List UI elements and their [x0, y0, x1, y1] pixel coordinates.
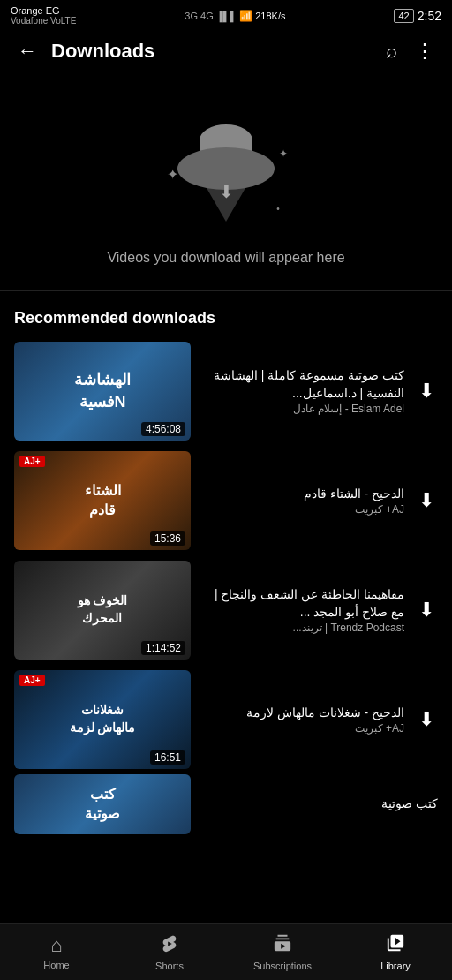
sparkle-3: •	[276, 204, 280, 214]
recommended-section: Recommended downloads 4:56:08 كتب صوتية …	[0, 298, 452, 834]
nav-subscriptions-label: Subscriptions	[253, 961, 312, 971]
nav-home-label: Home	[43, 960, 69, 970]
signal-icon: 3G 4G ▐▌▌	[185, 11, 237, 21]
video-info-5: كتب صوتية	[201, 795, 438, 813]
video-channel-3: Trendz Podcast | تريند...	[201, 622, 404, 634]
empty-state: ⬇ ✦ ✦ • Videos you download will appear …	[0, 73, 452, 283]
subscriptions-icon	[273, 933, 292, 958]
video-channel-4: AJ+ كبريت	[201, 722, 404, 735]
duration-3: 1:14:52	[141, 641, 185, 655]
duration-1: 4:56:08	[141, 422, 185, 436]
thumbnail-3: 1:14:52	[14, 561, 191, 660]
sparkle-1: ✦	[167, 166, 178, 183]
ufo-illustration: ⬇ ✦ ✦ •	[155, 98, 297, 239]
video-item-3[interactable]: 1:14:52 مفاهيمنا الخاطئة عن الشغف والنجا…	[0, 555, 452, 665]
sparkle-2: ✦	[279, 147, 288, 160]
thumbnail-1: 4:56:08	[14, 342, 191, 441]
carrier-info: Orange EG Vodafone VoLTE	[11, 5, 76, 26]
video-channel-1: Eslam Adel - إسلام عادل	[201, 403, 404, 415]
video-title-3: مفاهيمنا الخاطئة عن الشغف والنجاح | مع ص…	[201, 586, 404, 621]
section-title: Recommended downloads	[0, 298, 452, 336]
aj-badge-2: AJ+	[19, 456, 45, 467]
thumbnail-5	[14, 774, 191, 834]
status-right: 42 2:52	[394, 9, 441, 23]
video-item-4[interactable]: AJ+ 16:51 الدحيح - شغلانات مالهاش لازمة …	[0, 665, 452, 774]
bottom-nav: ⌂ Home Shorts Subscriptions Library	[0, 923, 452, 980]
nav-shorts[interactable]: Shorts	[113, 924, 226, 980]
video-info-3: مفاهيمنا الخاطئة عن الشغف والنجاح | مع ص…	[201, 586, 404, 633]
nav-subscriptions[interactable]: Subscriptions	[226, 924, 339, 980]
library-icon	[386, 933, 405, 958]
download-icon: ⬇	[219, 181, 234, 202]
download-button-4[interactable]: ⬇	[415, 705, 438, 735]
wifi-icon: 📶	[239, 10, 252, 22]
nav-home[interactable]: ⌂ Home	[0, 924, 113, 980]
time-display: 2:52	[418, 9, 441, 23]
network-name: Vodafone VoLTE	[11, 16, 76, 26]
empty-message: Videos you download will appear here	[107, 250, 344, 266]
nav-library-label: Library	[380, 961, 411, 971]
nav-library[interactable]: Library	[339, 924, 452, 980]
status-bar: Orange EG Vodafone VoLTE 3G 4G ▐▌▌ 📶 218…	[0, 0, 452, 29]
video-title-5: كتب صوتية	[201, 795, 438, 813]
video-title-1: كتب صوتية مسموعة كاملة | الهشاشة النفسية…	[201, 367, 404, 402]
toolbar: ← Downloads ⌕ ⋮	[0, 29, 452, 73]
home-icon: ⌂	[50, 934, 62, 957]
search-button[interactable]: ⌕	[382, 36, 401, 66]
thumbnail-2: AJ+ 15:36	[14, 451, 191, 550]
video-item-5[interactable]: كتب صوتية	[0, 774, 452, 834]
section-divider	[0, 290, 452, 291]
status-icons: 3G 4G ▐▌▌ 📶 218K/s	[185, 10, 285, 22]
duration-2: 15:36	[150, 531, 185, 546]
speed-indicator: 218K/s	[255, 11, 285, 21]
nav-shorts-label: Shorts	[155, 961, 184, 971]
thumbnail-4: AJ+ 16:51	[14, 670, 191, 769]
download-button-2[interactable]: ⬇	[415, 486, 438, 516]
video-item-1[interactable]: 4:56:08 كتب صوتية مسموعة كاملة | الهشاشة…	[0, 336, 452, 446]
duration-4: 16:51	[150, 750, 185, 765]
carrier-name: Orange EG	[11, 5, 76, 16]
download-button-3[interactable]: ⬇	[415, 595, 438, 625]
aj-badge-4: AJ+	[19, 675, 45, 686]
video-title-4: الدحيح - شغلانات مالهاش لازمة	[201, 705, 404, 722]
download-button-1[interactable]: ⬇	[415, 376, 438, 406]
video-item-2[interactable]: AJ+ 15:36 الدحيح - الشتاء قادم AJ+ كبريت…	[0, 446, 452, 555]
more-options-button[interactable]: ⋮	[411, 36, 438, 66]
page-title: Downloads	[51, 40, 372, 63]
video-info-4: الدحيح - شغلانات مالهاش لازمة AJ+ كبريت	[201, 705, 404, 735]
battery-indicator: 42	[394, 9, 413, 23]
back-button[interactable]: ←	[14, 36, 41, 66]
shorts-icon	[160, 934, 179, 958]
video-title-2: الدحيح - الشتاء قادم	[201, 486, 404, 503]
video-info-2: الدحيح - الشتاء قادم AJ+ كبريت	[201, 486, 404, 516]
video-list: 4:56:08 كتب صوتية مسموعة كاملة | الهشاشة…	[0, 336, 452, 834]
video-channel-2: AJ+ كبريت	[201, 503, 404, 516]
video-info-1: كتب صوتية مسموعة كاملة | الهشاشة النفسية…	[201, 367, 404, 414]
